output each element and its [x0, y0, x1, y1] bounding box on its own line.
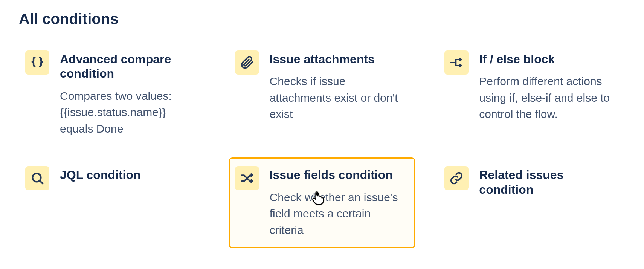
card-title: Issue fields condition [270, 168, 407, 182]
card-title: If / else block [479, 52, 617, 66]
search-icon [25, 166, 49, 190]
shuffle-icon [235, 166, 259, 190]
braces-icon [25, 50, 49, 75]
condition-card-issue-attachments[interactable]: Issue attachmentsChecks if issue attachm… [229, 42, 416, 133]
condition-card-related-issues-condition[interactable]: Related issues condition [438, 157, 625, 214]
card-description: Perform different actions using if, else… [479, 73, 617, 122]
card-title: JQL condition [60, 168, 197, 182]
branch-icon [444, 50, 469, 75]
card-title: Issue attachments [270, 52, 407, 66]
section-heading: All conditions [19, 11, 625, 28]
card-description: Compares two values: {{issue.status.name… [60, 88, 197, 137]
clip-icon [235, 50, 259, 75]
link-icon [444, 166, 469, 190]
condition-card-if-else-block[interactable]: If / else blockPerform different actions… [438, 42, 625, 133]
condition-card-issue-fields-condition[interactable]: Issue fields conditionCheck whether an i… [229, 157, 416, 248]
condition-card-advanced-compare-condition[interactable]: Advanced compare conditionCompares two v… [19, 42, 206, 147]
conditions-grid: Advanced compare conditionCompares two v… [19, 42, 625, 248]
card-title: Related issues condition [479, 168, 617, 197]
card-description: Check whether an issue's field meets a c… [270, 189, 407, 238]
card-title: Advanced compare condition [60, 52, 197, 81]
card-description: Checks if issue attachments exist or don… [270, 73, 407, 122]
condition-card-jql-condition[interactable]: JQL condition [19, 157, 206, 200]
